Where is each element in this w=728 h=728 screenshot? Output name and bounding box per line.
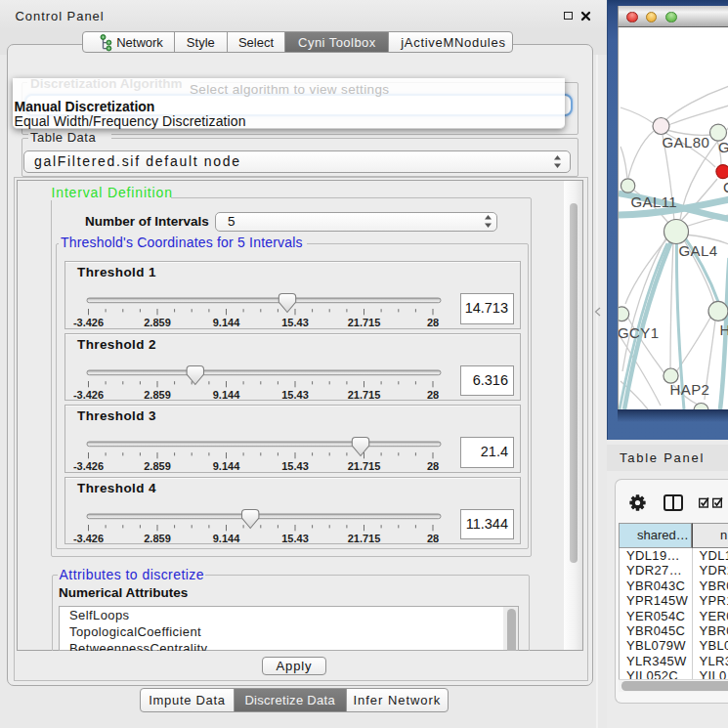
- svg-text:15.43: 15.43: [281, 533, 309, 544]
- svg-text:2.859: 2.859: [144, 533, 171, 544]
- svg-text:28: 28: [427, 460, 439, 472]
- svg-text:H: H: [719, 321, 728, 338]
- svg-text:GCY1: GCY1: [619, 324, 659, 341]
- svg-text:21.715: 21.715: [348, 317, 381, 328]
- svg-text:9.144: 9.144: [213, 460, 240, 472]
- svg-text:G.: G.: [718, 139, 728, 155]
- svg-text:28: 28: [427, 317, 439, 328]
- svg-text:-3.426: -3.426: [73, 533, 104, 544]
- svg-text:15.43: 15.43: [281, 389, 309, 401]
- svg-text:28: 28: [427, 533, 439, 544]
- svg-text:-3.426: -3.426: [73, 389, 104, 401]
- svg-text:2.859: 2.859: [144, 389, 171, 401]
- svg-text:15.43: 15.43: [281, 460, 309, 472]
- svg-text:21.715: 21.715: [348, 460, 381, 472]
- svg-text:28: 28: [427, 389, 439, 401]
- svg-text:-3.426: -3.426: [73, 317, 104, 328]
- svg-text:GAL80: GAL80: [662, 134, 709, 150]
- svg-text:9.144: 9.144: [213, 389, 240, 401]
- svg-text:9.144: 9.144: [213, 317, 240, 328]
- svg-text:15.43: 15.43: [281, 317, 309, 328]
- svg-text:C: C: [723, 179, 728, 195]
- svg-text:HAP2: HAP2: [669, 381, 709, 398]
- svg-text:21.715: 21.715: [348, 389, 381, 401]
- svg-text:9.144: 9.144: [213, 533, 240, 544]
- svg-text:GAL11: GAL11: [630, 193, 677, 210]
- svg-text:-3.426: -3.426: [73, 460, 104, 472]
- svg-text:2.859: 2.859: [144, 460, 171, 472]
- svg-text:GAL4: GAL4: [678, 242, 717, 259]
- svg-text:2.859: 2.859: [144, 317, 171, 328]
- svg-text:21.715: 21.715: [348, 533, 381, 544]
